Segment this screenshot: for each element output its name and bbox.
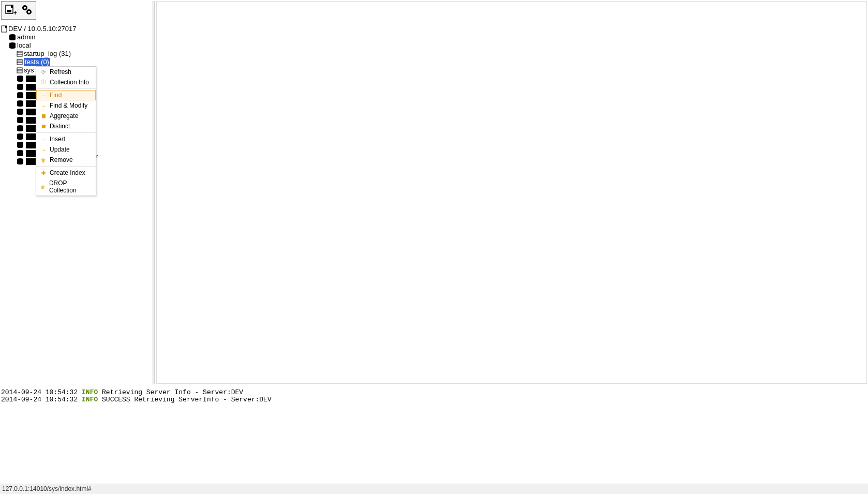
menu-item-label: Remove [50, 156, 73, 163]
database-icon [17, 133, 24, 140]
svg-point-12 [9, 38, 16, 40]
menu-item-label: Distinct [50, 123, 70, 130]
info-icon: ⓘ [40, 79, 47, 85]
svg-point-7 [28, 11, 30, 13]
log-message: SUCCESS Retrieving ServerInfo - Server:D… [98, 396, 271, 403]
log-line: 2014-09-24 10:54:32 INFO SUCCESS Retriev… [1, 396, 867, 403]
collection-label-selected[interactable]: tests (0) [24, 58, 50, 66]
log-level: INFO [82, 388, 98, 396]
splitter-vertical[interactable] [153, 1, 155, 384]
svg-point-27 [17, 80, 23, 82]
menu-item-label: Find & Modify [50, 102, 87, 109]
database-icon [17, 149, 24, 157]
disk-plus-icon: + [4, 4, 17, 18]
menu-item-label: Find [50, 92, 62, 99]
menu-separator [36, 88, 96, 89]
svg-rect-1 [11, 5, 13, 8]
menu-item-refresh[interactable]: ⟳Refresh [36, 67, 96, 77]
svg-point-54 [17, 154, 23, 156]
database-node-admin[interactable]: admin [9, 33, 152, 41]
database-node-local[interactable]: local [9, 41, 152, 50]
status-text: 127.0.0.1:14010/sys/index.html# [2, 485, 92, 492]
svg-point-48 [17, 138, 23, 140]
trailing-text: r [96, 153, 98, 159]
add-server-button[interactable]: + [3, 3, 18, 18]
settings-button[interactable] [19, 3, 35, 18]
log-message: Retrieving Server Info - Server:DEV [98, 388, 243, 396]
toolbar: + [1, 1, 36, 20]
database-icon [17, 158, 24, 165]
menu-item-aggregate[interactable]: Aggregate [36, 111, 96, 121]
menu-separator [36, 166, 96, 167]
database-icon [9, 42, 16, 49]
server-label[interactable]: DEV / 10.0.5.10:27017 [8, 25, 77, 33]
database-label[interactable]: admin [17, 33, 35, 41]
svg-point-45 [17, 129, 23, 131]
svg-rect-19 [17, 59, 22, 65]
arrow-icon: → [40, 146, 47, 153]
collection-icon [17, 59, 23, 65]
log-timestamp: 2014-09-24 10:54:32 [1, 396, 82, 403]
menu-item-label: Collection Info [50, 79, 89, 86]
collection-label[interactable]: startup_log (31) [24, 50, 71, 58]
menu-separator [36, 132, 96, 133]
arrow-icon: → [40, 102, 47, 109]
menu-item-label: Aggregate [50, 112, 78, 119]
collection-node-startup-log[interactable]: startup_log (31) [17, 50, 152, 58]
database-icon [17, 83, 24, 91]
log-timestamp: 2014-09-24 10:54:32 [1, 388, 82, 396]
database-icon [17, 108, 24, 115]
menu-item-drop-collection[interactable]: 🗑DROP Collection [36, 178, 96, 196]
database-icon [9, 34, 16, 41]
arrow-icon: → [40, 92, 47, 98]
collection-icon [17, 51, 23, 57]
svg-point-39 [17, 113, 23, 115]
plus-icon: ✚ [40, 170, 47, 176]
svg-point-42 [17, 121, 23, 123]
collection-node-tests[interactable]: tests (0) [17, 58, 152, 66]
menu-item-find-modify[interactable]: →Find & Modify [36, 100, 96, 111]
svg-rect-16 [17, 51, 22, 56]
server-node[interactable]: DEV / 10.0.5.10:27017 [1, 25, 152, 33]
context-menu: ⟳RefreshⓘCollection Info→Find→Find & Mod… [36, 66, 96, 196]
main-content-area [156, 1, 867, 384]
database-icon [17, 92, 24, 99]
menu-item-label: Insert [50, 136, 65, 143]
database-icon [17, 75, 24, 82]
svg-rect-22 [17, 68, 22, 73]
svg-text:+: + [13, 9, 17, 16]
square-icon [40, 123, 47, 129]
collection-icon [17, 67, 23, 73]
menu-item-label: DROP Collection [49, 179, 92, 194]
trash-icon: 🗑 [40, 157, 47, 163]
database-icon [17, 100, 24, 107]
refresh-icon: ⟳ [40, 69, 47, 75]
status-bar: 127.0.0.1:14010/sys/index.html# [0, 484, 868, 494]
svg-point-51 [17, 146, 23, 148]
menu-item-insert[interactable]: →Insert [36, 134, 96, 144]
menu-item-create-index[interactable]: ✚Create Index [36, 168, 96, 178]
database-icon [17, 141, 24, 148]
menu-item-distinct[interactable]: Distinct [36, 121, 96, 131]
svg-point-33 [17, 96, 23, 98]
log-line: 2014-09-24 10:54:32 INFO Retrieving Serv… [1, 389, 867, 396]
log-level: INFO [82, 396, 98, 403]
database-label[interactable]: local [17, 41, 31, 50]
database-icon [17, 116, 24, 124]
svg-point-36 [17, 104, 23, 107]
menu-item-find[interactable]: →Find [36, 90, 96, 100]
svg-rect-2 [7, 10, 11, 12]
svg-point-15 [9, 47, 16, 49]
menu-item-label: Create Index [50, 169, 85, 176]
log-panel: 2014-09-24 10:54:32 INFO Retrieving Serv… [0, 388, 868, 419]
menu-item-label: Refresh [50, 68, 71, 76]
menu-item-collection-info[interactable]: ⓘCollection Info [36, 77, 96, 87]
menu-item-label: Update [50, 146, 70, 153]
trash-icon: 🗑 [40, 184, 46, 190]
menu-item-update[interactable]: →Update [36, 144, 96, 155]
collection-label[interactable]: sys [24, 66, 34, 74]
gears-icon [21, 4, 33, 18]
svg-rect-9 [5, 26, 7, 28]
menu-item-remove[interactable]: 🗑Remove [36, 155, 96, 165]
server-icon [1, 25, 7, 33]
